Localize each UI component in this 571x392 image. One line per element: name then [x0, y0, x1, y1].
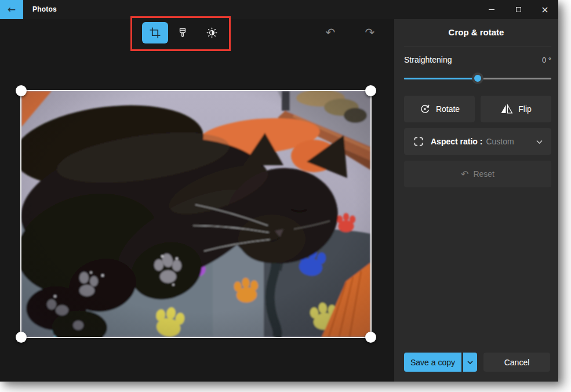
straightening-slider[interactable] — [404, 72, 551, 84]
crop-region[interactable] — [20, 90, 372, 338]
minimize-icon — [489, 9, 494, 10]
flip-icon — [500, 103, 513, 115]
chevron-down-icon — [536, 139, 543, 145]
close-icon: × — [541, 5, 548, 14]
crop-handle-bottom-right[interactable] — [365, 332, 376, 343]
crop-tool-button[interactable] — [142, 22, 168, 43]
aspect-ratio-button[interactable]: Aspect ratio : Custom — [404, 128, 551, 155]
save-options-dropdown-button[interactable] — [463, 353, 477, 372]
straightening-slider-fill — [404, 78, 478, 79]
adjust-tool-button[interactable] — [201, 23, 222, 43]
aspect-ratio-value: Custom — [486, 137, 514, 146]
back-arrow-icon: ← — [8, 3, 16, 15]
redo-button[interactable]: ↷ — [359, 22, 380, 43]
crop-icon — [149, 27, 161, 39]
aspect-ratio-icon — [412, 136, 425, 147]
editor-canvas — [0, 19, 394, 382]
maximize-icon — [516, 7, 521, 12]
titlebar: ← Photos × — [0, 0, 558, 19]
redo-icon: ↷ — [365, 26, 375, 39]
app-title: Photos — [32, 0, 57, 19]
aspect-ratio-label: Aspect ratio : — [431, 137, 482, 146]
reset-button[interactable]: ↶ Reset — [404, 161, 551, 187]
maximize-button[interactable] — [505, 0, 532, 19]
save-a-copy-button[interactable]: Save a copy — [404, 353, 461, 372]
rotate-label: Rotate — [436, 104, 460, 114]
chevron-down-icon — [467, 360, 474, 365]
filters-tool-button[interactable] — [172, 23, 193, 43]
photo-image — [20, 90, 372, 338]
undo-button[interactable]: ↶ — [320, 22, 341, 43]
paintbrush-icon — [177, 27, 188, 39]
crop-handle-top-right[interactable] — [365, 85, 376, 96]
reset-icon: ↶ — [461, 169, 468, 180]
flip-button[interactable]: Flip — [481, 96, 551, 122]
straightening-slider-thumb[interactable] — [472, 72, 483, 84]
cat-photo-illustration — [21, 91, 370, 337]
rotate-button[interactable]: Rotate — [404, 96, 475, 122]
straightening-label: Straightening — [404, 55, 452, 64]
cancel-button[interactable]: Cancel — [483, 353, 550, 372]
window-controls: × — [478, 0, 558, 19]
photos-app-window: ← Photos × — [0, 0, 558, 382]
close-button[interactable]: × — [532, 0, 558, 19]
minimize-button[interactable] — [478, 0, 505, 19]
rotate-icon — [419, 103, 431, 115]
brightness-icon — [206, 27, 218, 39]
straightening-value: 0 ° — [542, 56, 551, 64]
crop-handle-bottom-left[interactable] — [16, 332, 27, 343]
reset-label: Reset — [473, 169, 494, 179]
crop-rotate-panel: Crop & rotate Straightening 0 ° Rotate — [394, 19, 558, 382]
undo-icon: ↶ — [326, 26, 336, 39]
flip-label: Flip — [518, 104, 532, 114]
crop-handle-top-left[interactable] — [16, 85, 27, 96]
panel-title: Crop & rotate — [394, 27, 558, 37]
panel-divider — [404, 46, 551, 46]
back-button[interactable]: ← — [0, 0, 23, 19]
